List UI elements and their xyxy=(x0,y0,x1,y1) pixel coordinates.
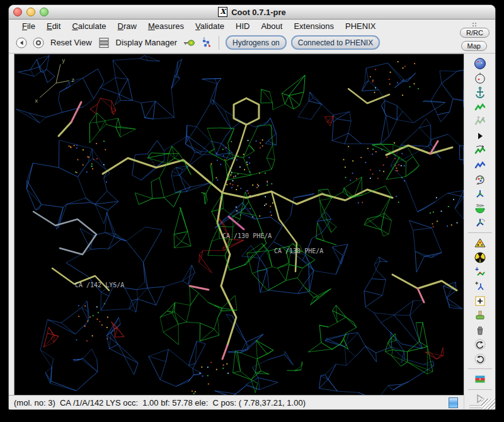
map-2fofc-blue xyxy=(216,153,232,155)
map-dot xyxy=(398,202,399,203)
minimize-button[interactable] xyxy=(26,8,35,16)
menu-draw[interactable]: Draw xyxy=(112,21,142,31)
jed-flip-icon[interactable] xyxy=(472,216,488,229)
map-dot xyxy=(77,159,79,161)
map-2fofc-blue xyxy=(62,107,84,113)
hydrogens-on-button[interactable]: Hydrogens on xyxy=(226,35,287,50)
model-stick xyxy=(222,345,227,359)
menu-phenix[interactable]: PHENIX xyxy=(340,21,381,31)
map-dot xyxy=(372,81,374,83)
rotate-translate-icon[interactable] xyxy=(472,144,488,157)
map-diff-positive-green xyxy=(96,121,105,123)
menu-edit[interactable]: Edit xyxy=(41,21,66,31)
rotamer-icon[interactable] xyxy=(472,173,488,186)
map-2fofc-blue xyxy=(433,361,434,365)
model-stick xyxy=(418,288,424,302)
reset-view-button[interactable]: Reset View xyxy=(49,38,93,47)
undo-icon[interactable] xyxy=(472,338,488,351)
add-alt-conf-icon[interactable]: + xyxy=(472,280,488,293)
map-2fofc-blue xyxy=(310,92,322,105)
model-stick xyxy=(392,275,457,290)
display-manager-icon[interactable] xyxy=(98,37,110,49)
map-2fofc-blue xyxy=(217,79,221,84)
zoom-button[interactable] xyxy=(40,8,49,16)
place-atom-icon[interactable] xyxy=(472,294,488,307)
map-dot xyxy=(389,79,390,80)
map-diff-positive-green xyxy=(247,253,252,273)
menu-hid[interactable]: HID xyxy=(230,21,255,31)
map-diff-positive-green xyxy=(319,325,329,327)
map-2fofc-blue xyxy=(47,76,55,83)
map-2fofc-blue xyxy=(246,334,263,343)
map-2fofc-blue xyxy=(147,140,157,154)
menu-measures[interactable]: Measures xyxy=(142,21,190,31)
delete-item-icon[interactable] xyxy=(472,323,488,336)
rrc-button[interactable]: R/RC xyxy=(460,28,490,38)
map-diff-positive-green xyxy=(180,207,188,231)
pointer-icon[interactable] xyxy=(472,129,488,142)
clear-pending-icon[interactable] xyxy=(472,309,488,322)
resize-grip[interactable] xyxy=(481,399,495,409)
map-diff-positive-green xyxy=(241,372,251,380)
map-2fofc-blue xyxy=(440,71,442,83)
map-diff-positive-green xyxy=(393,144,399,147)
map-dot xyxy=(345,167,346,168)
map-2fofc-blue xyxy=(338,391,358,392)
map-2fofc-blue xyxy=(156,101,175,118)
titlebar[interactable]: X Coot 0.7.1-pre xyxy=(9,5,495,20)
sphere-icon[interactable] xyxy=(472,57,488,70)
map-diff-positive-green xyxy=(198,293,208,302)
map-dot xyxy=(210,362,212,363)
map-2fofc-blue xyxy=(426,118,431,125)
regularize-icon[interactable]: ?? xyxy=(472,115,488,128)
map-2fofc-blue xyxy=(366,63,387,68)
molecule-icon[interactable] xyxy=(200,37,212,49)
map-2fofc-blue xyxy=(92,349,97,359)
menu-validate[interactable]: Validate xyxy=(190,21,230,31)
gl-canvas[interactable]: y x z CA /130 PHE/ACA /138 PHE/ACA /142 … xyxy=(14,54,465,398)
close-button[interactable] xyxy=(13,8,22,16)
display-manager-button[interactable]: Display Manager xyxy=(115,38,179,47)
map-diff-positive-green xyxy=(105,121,106,125)
map-dot xyxy=(202,375,203,377)
map-2fofc-blue xyxy=(47,55,49,69)
chi-angles-icon[interactable] xyxy=(472,187,488,200)
redo-icon[interactable] xyxy=(472,352,488,365)
map-dot xyxy=(390,72,391,73)
recentre-icon[interactable] xyxy=(472,71,488,84)
add-terminal-residue-icon[interactable]: + xyxy=(472,265,488,278)
map-2fofc-blue xyxy=(97,360,98,372)
map-button[interactable]: Map xyxy=(461,41,487,51)
map-dot xyxy=(401,165,402,166)
map-2fofc-blue xyxy=(364,291,365,307)
menu-about[interactable]: About xyxy=(255,21,288,31)
menu-calculate[interactable]: Calculate xyxy=(66,21,112,31)
map-2fofc-blue xyxy=(105,212,106,232)
key-bindings-icon[interactable] xyxy=(183,37,195,49)
flip-sidechain-icon[interactable]: Side xyxy=(472,202,488,215)
map-dot xyxy=(86,340,88,341)
menu-file[interactable]: File xyxy=(16,21,41,31)
rigid-body-icon[interactable] xyxy=(472,158,488,171)
map-dot xyxy=(264,205,265,206)
map-diff-positive-green xyxy=(181,241,191,246)
menu-extensions[interactable]: Extensions xyxy=(288,21,340,31)
previous-view-icon[interactable] xyxy=(15,37,28,49)
map-diff-positive-green xyxy=(266,158,272,169)
connected-to-phenix-button[interactable]: Connected to PHENIX xyxy=(291,35,380,50)
model-stick xyxy=(386,145,452,155)
refine-zone-icon[interactable] xyxy=(472,100,488,113)
map-2fofc-blue xyxy=(362,90,379,91)
recentre-view-icon[interactable] xyxy=(32,37,45,49)
map-2fofc-blue xyxy=(397,106,403,111)
flag-icon[interactable] xyxy=(472,372,488,385)
anchor-icon[interactable] xyxy=(472,86,488,99)
map-2fofc-blue xyxy=(258,258,260,271)
map-dot xyxy=(270,212,271,213)
map-2fofc-blue xyxy=(171,176,175,193)
map-diff-positive-green xyxy=(147,154,169,158)
mutate-autofit-icon[interactable] xyxy=(472,236,488,249)
map-2fofc-blue xyxy=(27,181,42,205)
map-2fofc-blue xyxy=(374,313,381,322)
simple-mutate-icon[interactable] xyxy=(472,251,488,264)
